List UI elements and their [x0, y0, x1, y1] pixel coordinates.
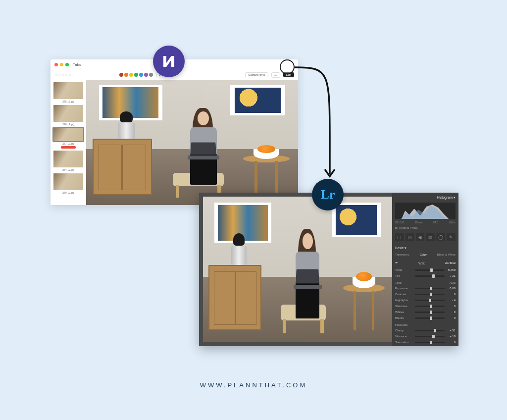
thumbnail-caption: 276-12.jpg: [62, 123, 74, 126]
lr-preview-pane: [203, 197, 392, 342]
highlight-ring-icon: [280, 59, 295, 74]
traffic-lights: [54, 63, 69, 66]
tone-header: Tone: [395, 281, 402, 284]
more-menu[interactable]: ⋯: [271, 72, 280, 78]
main-photo: [86, 80, 298, 205]
reject-flag-icon: [61, 146, 76, 149]
minimize-dot-icon[interactable]: [60, 63, 63, 66]
vibrance-slider[interactable]: Vibrance+ 18: [395, 335, 456, 338]
preview-pane: [86, 80, 298, 205]
presence-header: Presence: [395, 323, 407, 326]
thumbnail[interactable]: 275-12.jpg: [52, 82, 84, 103]
window-body: 275-12.jpg276-12.jpg277-12.jpg274-12.jpg…: [51, 80, 298, 205]
histogram-readout: ISO 10029 mmf/4.01/60 s: [395, 221, 456, 224]
clarity-slider[interactable]: Clarity+ 31: [395, 329, 456, 332]
thumbnail-caption: 277-12.jpg: [62, 142, 74, 145]
tab-bw[interactable]: Black & White: [437, 253, 456, 256]
thumbnail[interactable]: 279-12.jpg: [52, 173, 84, 194]
color-dot-icon[interactable]: [149, 73, 153, 77]
radial-tool-icon[interactable]: ◯: [436, 233, 445, 241]
whites-slider[interactable]: Whites0: [395, 311, 456, 314]
treatment-label: Treatment:: [395, 253, 409, 256]
color-dot-icon[interactable]: [129, 73, 133, 77]
histogram-stat: 1/60 s: [449, 221, 456, 224]
color-dot-icon[interactable]: [124, 73, 128, 77]
redeye-tool-icon[interactable]: ◉: [416, 233, 425, 241]
thumbnail-caption: 279-12.jpg: [62, 191, 74, 194]
auto-button[interactable]: Auto: [450, 281, 456, 284]
grad-tool-icon[interactable]: ▤: [426, 233, 435, 241]
footer-url: WWW.PLANNTHAT.COM: [0, 381, 507, 389]
color-label-dots[interactable]: [119, 73, 153, 77]
tab-color[interactable]: Color: [420, 253, 427, 256]
close-dot-icon[interactable]: [54, 63, 58, 66]
tint-slider[interactable]: Tint+ 21: [395, 274, 456, 277]
eyedropper-icon[interactable]: ✒: [395, 261, 398, 265]
color-dot-icon[interactable]: [139, 73, 143, 77]
basic-header[interactable]: Basic ▾: [395, 246, 406, 250]
wb-value[interactable]: As Shot: [445, 262, 456, 264]
lightroom-window: Histogram ▾ ISO 10029 mmf/4.01/60 s ◧ Or…: [199, 193, 458, 346]
thumbnail-strip[interactable]: 275-12.jpg276-12.jpg277-12.jpg274-12.jpg…: [51, 80, 86, 205]
color-dot-icon[interactable]: [144, 73, 148, 77]
sort-dropdown[interactable]: Capture time: [245, 72, 268, 77]
histogram-header[interactable]: Histogram ▾: [395, 196, 456, 200]
shadows-slider[interactable]: Shadows0: [395, 305, 456, 308]
profile-label[interactable]: ◧ Original Photo: [395, 226, 456, 229]
narrative-app-badge-icon: [153, 46, 185, 77]
culling-app-window: Tabs ☆☆☆☆☆ 1 Capture time ⋯ Edit 275-12.…: [51, 59, 298, 205]
histogram-stat: 29 mm: [415, 221, 422, 224]
saturation-slider[interactable]: Saturation0: [395, 341, 456, 344]
histogram: [395, 203, 456, 219]
exposure-slider[interactable]: Exposure0.00: [395, 287, 456, 290]
zoom-dot-icon[interactable]: [65, 63, 69, 66]
color-dot-icon[interactable]: [119, 73, 123, 77]
spot-tool-icon[interactable]: ◎: [406, 233, 414, 241]
lightroom-badge-icon: Lr: [312, 179, 344, 210]
local-tools-row: ▢ ◎ ◉ ▤ ◯ ✎: [395, 233, 456, 241]
wb-label: WB:: [418, 262, 425, 265]
color-dot-icon[interactable]: [134, 73, 138, 77]
thumbnail[interactable]: 277-12.jpg: [52, 128, 84, 149]
histogram-stat: f/4.0: [433, 221, 438, 224]
highlights-slider[interactable]: Highlights- 4: [395, 299, 456, 302]
blacks-slider[interactable]: Blacks0: [395, 316, 456, 319]
thumbnail-caption: 274-12.jpg: [62, 168, 74, 171]
thumbnail[interactable]: 276-12.jpg: [52, 105, 84, 126]
lr-badge-text: Lr: [321, 187, 335, 202]
window-title: Tabs: [73, 62, 81, 67]
temp-slider[interactable]: Temp5,450: [395, 268, 456, 271]
histogram-stat: ISO 100: [395, 221, 404, 224]
develop-panel: Histogram ▾ ISO 10029 mmf/4.01/60 s ◧ Or…: [392, 193, 458, 346]
crop-tool-icon[interactable]: ▢: [395, 233, 404, 241]
brush-tool-icon[interactable]: ✎: [447, 233, 456, 241]
rating-stars[interactable]: ☆☆☆☆☆: [54, 73, 72, 77]
thumbnail[interactable]: 274-12.jpg: [52, 151, 84, 171]
contrast-slider[interactable]: Contrast0: [395, 293, 456, 296]
thumbnail-caption: 275-12.jpg: [62, 100, 74, 103]
